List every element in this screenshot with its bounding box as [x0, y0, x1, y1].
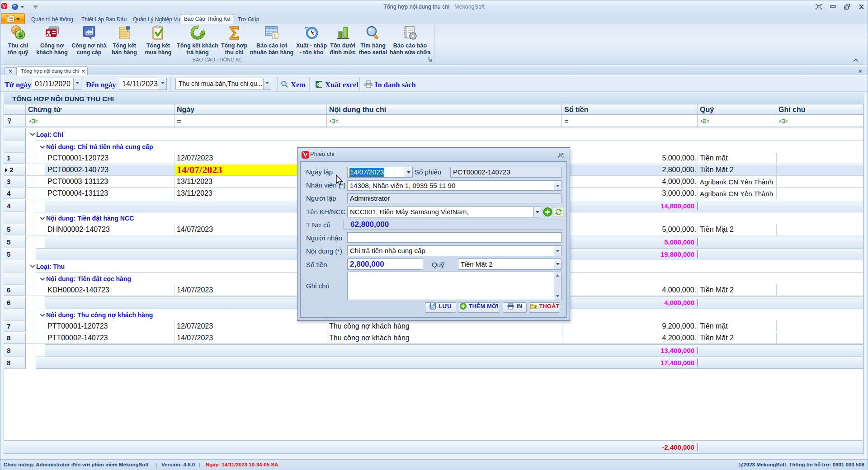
svg-text:C: C [707, 119, 709, 123]
svg-text:$: $ [19, 31, 22, 38]
svg-text:A: A [700, 119, 703, 123]
svg-text:Σ: Σ [274, 33, 277, 38]
svg-text:B: B [703, 119, 706, 123]
svg-text:A: A [329, 119, 332, 123]
svg-text:X: X [316, 82, 320, 87]
svg-text:A: A [779, 119, 782, 123]
svg-text:C: C [35, 119, 38, 123]
svg-text:B: B [32, 119, 35, 123]
svg-text:A: A [29, 119, 32, 123]
svg-text:C: C [335, 119, 338, 123]
svg-text:B: B [332, 119, 335, 123]
svg-text:C: C [785, 119, 788, 123]
svg-text:B: B [782, 119, 785, 123]
